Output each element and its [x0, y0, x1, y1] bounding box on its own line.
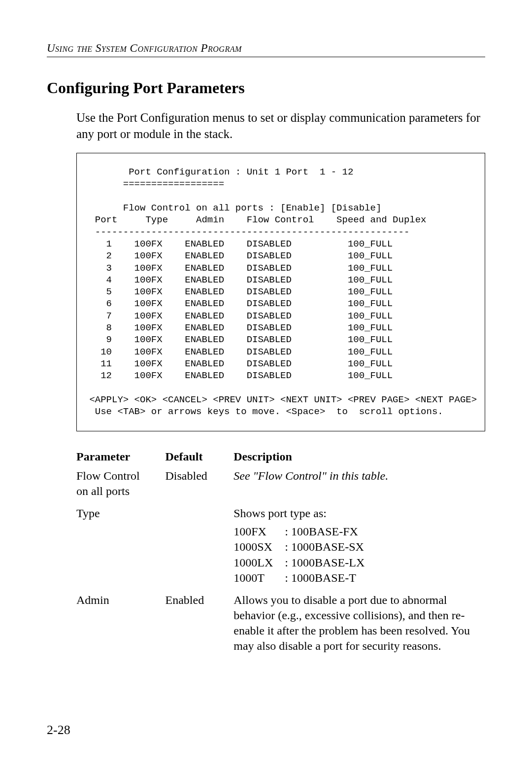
cell-description: Allows you to disable a port due to abno… — [233, 591, 485, 659]
cell-parameter: Flow Control on all ports — [76, 466, 166, 504]
table-row: TypeShows port type as:100FX: 100BASE-FX… — [76, 504, 485, 591]
cell-default — [166, 504, 234, 591]
type-code: 1000T — [233, 570, 285, 586]
type-code: 100FX — [233, 524, 285, 539]
cell-parameter: Type — [76, 504, 166, 591]
parameter-table: Parameter Default Description Flow Contr… — [76, 450, 485, 659]
table-row: AdminEnabledAllows you to disable a port… — [76, 591, 485, 659]
terminal-screenshot: Port Configuration : Unit 1 Port 1 - 12 … — [76, 153, 485, 431]
section-intro: Use the Port Configuration menus to set … — [76, 109, 485, 142]
page-number: 2-28 — [47, 723, 70, 738]
section-title: Configuring Port Parameters — [47, 79, 485, 97]
page: Using the System Configuration Program C… — [0, 0, 532, 774]
type-name: : 1000BASE-T — [285, 570, 376, 586]
list-item: 1000SX: 1000BASE-SX — [233, 539, 376, 555]
port-type-list: 100FX: 100BASE-FX1000SX: 1000BASE-SX1000… — [233, 524, 376, 586]
cell-default: Disabled — [166, 466, 234, 504]
type-name: : 100BASE-FX — [285, 524, 376, 539]
cell-description: Shows port type as:100FX: 100BASE-FX1000… — [233, 504, 485, 591]
cell-default: Enabled — [166, 591, 234, 659]
type-name: : 1000BASE-SX — [285, 539, 376, 555]
list-item: 100FX: 100BASE-FX — [233, 524, 376, 539]
type-name: : 1000BASE-LX — [285, 555, 376, 570]
param-table-header-row: Parameter Default Description — [76, 450, 485, 466]
col-header-description: Description — [233, 450, 485, 466]
header-rule — [47, 57, 485, 57]
col-header-parameter: Parameter — [76, 450, 166, 466]
col-header-default: Default — [166, 450, 234, 466]
type-code: 1000LX — [233, 555, 285, 570]
type-code: 1000SX — [233, 539, 285, 555]
cell-parameter: Admin — [76, 591, 166, 659]
running-header: Using the System Configuration Program — [47, 42, 485, 55]
list-item: 1000T: 1000BASE-T — [233, 570, 376, 586]
table-row: Flow Control on all portsDisabledSee "Fl… — [76, 466, 485, 504]
list-item: 1000LX: 1000BASE-LX — [233, 555, 376, 570]
cell-description: See "Flow Control" in this table. — [233, 466, 485, 504]
